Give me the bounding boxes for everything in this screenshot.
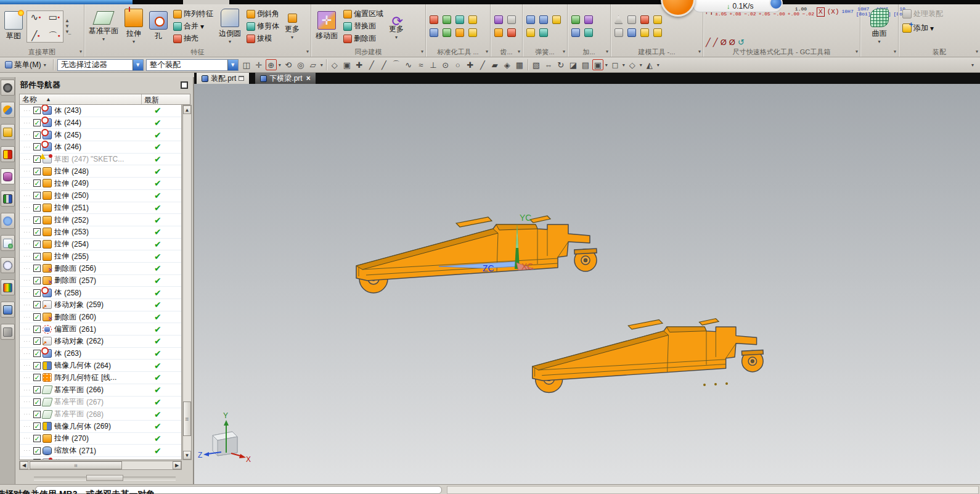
feature-tree-row[interactable]: ✓拉伸(249)✔ xyxy=(20,178,181,190)
feature-checkbox[interactable]: ✓ xyxy=(33,131,41,139)
line2-icon[interactable]: ╱ xyxy=(477,59,488,70)
edge-blend-button[interactable]: 边倒圆 ▾ xyxy=(216,7,243,45)
line-icon[interactable]: ╱● xyxy=(28,30,43,42)
feature-tree-row[interactable]: ✓镜像几何体(269)✔ xyxy=(20,421,181,433)
chevron-down-icon[interactable]: ▾ xyxy=(606,49,608,54)
feature-more-button[interactable]: 更多 ▾ xyxy=(282,12,302,41)
modeling-tool-icon[interactable] xyxy=(640,28,649,37)
chevron-down-icon[interactable]: ▾ xyxy=(395,36,398,39)
selection-filter-dropdown[interactable]: 无选择过滤器 ▼ xyxy=(57,59,144,71)
assembly-constraints-icon[interactable]: ◫ xyxy=(241,59,252,70)
arc-icon[interactable]: ⌒● xyxy=(47,30,62,42)
feature-checkbox[interactable]: ✓ xyxy=(33,228,41,236)
feature-checkbox[interactable]: ✓ xyxy=(33,411,41,418)
chevron-down-icon[interactable]: ▾ xyxy=(421,49,423,54)
spring-tool-icon[interactable] xyxy=(539,15,548,24)
edit-display-icon[interactable]: ▤ xyxy=(580,59,591,70)
feature-checkbox[interactable]: ✓ xyxy=(33,289,41,297)
library-button[interactable] xyxy=(1,191,15,207)
web-page-button[interactable] xyxy=(1,235,15,251)
profile-icon[interactable]: ∿● xyxy=(28,11,43,23)
feature-checkbox[interactable]: ✓ xyxy=(33,192,41,199)
chevron-down-icon[interactable]: ▾ xyxy=(291,36,293,39)
feature-tree-row[interactable]: ✓体(243)✔ xyxy=(20,105,181,117)
feature-checkbox[interactable]: ✓ xyxy=(33,326,41,333)
feature-tree-row[interactable]: ✓删除面(256)✔ xyxy=(20,263,181,275)
hd3d-tools-button[interactable] xyxy=(1,168,15,184)
roles-button[interactable] xyxy=(1,279,15,295)
feature-checkbox[interactable]: ✓ xyxy=(33,301,41,308)
feature-checkbox[interactable]: ✓ xyxy=(33,337,41,345)
feature-checkbox[interactable]: ✓ xyxy=(33,119,41,126)
feature-tree-row[interactable]: ✓偏置面(261)✔ xyxy=(20,323,181,336)
modeling-tool-icon[interactable] xyxy=(653,28,662,37)
sketch-tool-palette[interactable]: ∿● ▭● ╱● ⌒● xyxy=(27,10,63,43)
undo-format-icon[interactable]: ↺ xyxy=(738,38,745,47)
gear-tool-icon[interactable] xyxy=(507,28,516,37)
gear-tool-icon[interactable] xyxy=(494,15,503,24)
selection-scope-dropdown[interactable]: 整个装配 ▼ xyxy=(146,59,239,71)
print-icon[interactable]: ◻ xyxy=(610,59,621,70)
feature-checkbox[interactable]: ✓ xyxy=(33,107,41,114)
machining-tool-icon[interactable] xyxy=(584,28,593,37)
feature-checkbox[interactable]: ✓ xyxy=(33,459,41,460)
palette-expand-icon[interactable]: ▼̲ xyxy=(65,30,73,35)
replace-face-button[interactable]: 替换面 xyxy=(341,20,385,32)
scrollbar-thumb[interactable] xyxy=(183,401,191,436)
feature-tree-row[interactable]: ✓体(245)✔ xyxy=(20,129,181,141)
close-tab-icon[interactable]: × xyxy=(306,74,311,83)
feature-tree-row[interactable]: ✓草图(247)"SKETC...✔ xyxy=(20,154,181,166)
panel-splitter-handle[interactable] xyxy=(86,475,123,481)
chevron-down-icon[interactable]: ▾ xyxy=(657,62,659,68)
feature-tree-row[interactable]: ✓草图✔ xyxy=(20,457,181,460)
chevron-down-icon[interactable]: ▼ xyxy=(227,60,238,70)
snapshot-icon[interactable]: ◭ xyxy=(644,59,655,70)
chevron-down-icon[interactable]: ▾ xyxy=(698,49,701,54)
network-speed-widget[interactable]: ↓ 0.1K/s xyxy=(693,0,782,12)
chevron-down-icon[interactable]: ▼ xyxy=(133,60,143,70)
tab-assembly-prt[interactable]: 装配.prt xyxy=(197,73,249,84)
pattern-feature-button[interactable]: 阵列特征 xyxy=(171,8,215,20)
chevron-down-icon[interactable]: ▾ xyxy=(279,62,281,68)
feature-checkbox[interactable]: ✓ xyxy=(33,277,41,284)
std-tool-icon[interactable] xyxy=(468,28,477,37)
arc-icon[interactable]: ⌒ xyxy=(391,59,402,70)
palette-down-icon[interactable]: ▼ xyxy=(65,24,73,29)
chevron-down-icon[interactable]: ▾ xyxy=(640,62,642,68)
spring-tool-icon[interactable] xyxy=(526,15,535,24)
feature-checkbox[interactable]: ✓ xyxy=(33,398,41,406)
feature-checkbox[interactable]: ✓ xyxy=(33,447,41,455)
point-icon[interactable]: ✚ xyxy=(465,59,476,70)
horizontal-scrollbar[interactable]: ◀ ▶ xyxy=(19,461,182,470)
feature-tree-row[interactable]: ✓体(258)✔ xyxy=(20,287,181,299)
chevron-down-icon[interactable]: ▾ xyxy=(321,62,323,68)
modeling-tool-icon[interactable] xyxy=(653,15,662,24)
chamfer-button[interactable]: 倒斜角 xyxy=(245,8,281,20)
extrude-button[interactable]: 拉伸 ▾ xyxy=(122,7,145,45)
selection-box-icon[interactable]: ▱ xyxy=(308,59,319,70)
diameter-icon[interactable]: Ø xyxy=(721,38,727,47)
delete-face-button[interactable]: 删除面 xyxy=(341,33,385,44)
chevron-down-icon[interactable]: ▾ xyxy=(229,40,231,44)
slope-dimension-icon[interactable]: ╱ xyxy=(706,38,711,47)
move-object-icon[interactable]: ◎ xyxy=(295,59,306,70)
chevron-down-icon[interactable]: ▾ xyxy=(306,49,309,54)
chevron-down-icon[interactable]: ▾ xyxy=(563,49,565,54)
annotation-tool-icon[interactable] xyxy=(640,15,649,24)
feature-checkbox[interactable]: ✓ xyxy=(33,386,41,393)
column-latest[interactable]: 最新 xyxy=(142,94,190,104)
spline-icon[interactable]: ∿ xyxy=(403,59,414,70)
feature-tree-row[interactable]: ✓基准平面(266)✔ xyxy=(20,384,181,397)
graphics-window[interactable]: YC ZC XC Y Z X xyxy=(194,84,980,484)
hole-button[interactable]: 孔 xyxy=(147,10,170,43)
chevron-down-icon[interactable]: ▾ xyxy=(605,62,608,68)
tolerance-format-button[interactable]: (X) xyxy=(827,9,839,15)
chamfer-corner-icon[interactable]: ◇ xyxy=(329,59,340,70)
navigator-column-header[interactable]: 名称▲ 最新 xyxy=(19,94,190,105)
circle-center-icon[interactable]: ⊙ xyxy=(440,59,451,70)
scroll-down-icon[interactable]: ▼ xyxy=(183,451,191,459)
sort-ascending-icon[interactable]: ▲ xyxy=(46,96,51,102)
feature-tree-row[interactable]: ✓拉伸(250)✔ xyxy=(20,190,181,202)
feature-tree-row[interactable]: ✓删除面(260)✔ xyxy=(20,311,181,324)
feature-tree-row[interactable]: ✓删除面(257)✔ xyxy=(20,275,181,287)
